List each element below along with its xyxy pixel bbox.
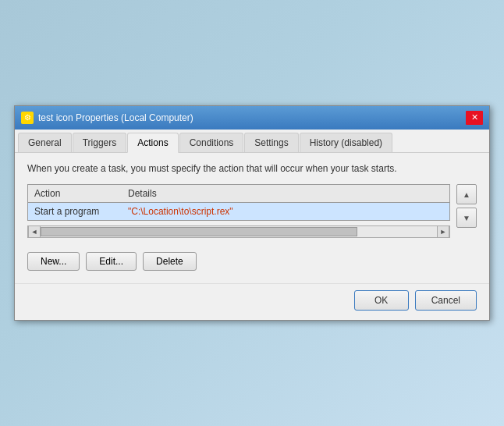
- bottom-buttons: New... Edit... Delete: [27, 246, 477, 271]
- header-action: Action: [34, 188, 128, 199]
- table-body: Start a program "C:\Location\to\script.r…: [28, 203, 449, 220]
- actions-table: Action Details Start a program "C:\Locat…: [27, 184, 450, 221]
- scroll-thumb: [41, 227, 357, 236]
- main-area: Action Details Start a program "C:\Locat…: [27, 184, 477, 238]
- scroll-left-arrow[interactable]: ◄: [28, 226, 41, 237]
- tab-actions[interactable]: Actions: [127, 133, 178, 153]
- tab-bar: General Triggers Actions Conditions Sett…: [15, 130, 489, 153]
- scroll-right-arrow[interactable]: ►: [437, 226, 449, 237]
- horizontal-scrollbar[interactable]: ◄ ►: [27, 225, 450, 238]
- scroll-track[interactable]: [41, 226, 437, 237]
- cell-details: "C:\Location\to\script.rex": [128, 206, 443, 217]
- tab-settings[interactable]: Settings: [244, 133, 298, 152]
- table-row[interactable]: Start a program "C:\Location\to\script.r…: [28, 203, 449, 220]
- close-button[interactable]: ✕: [466, 111, 483, 125]
- delete-button[interactable]: Delete: [143, 252, 197, 271]
- cell-action: Start a program: [34, 206, 128, 217]
- tab-content: When you create a task, you must specify…: [15, 153, 489, 281]
- tab-general[interactable]: General: [18, 133, 72, 152]
- move-up-button[interactable]: ▲: [456, 184, 477, 204]
- table-header: Action Details: [28, 185, 449, 203]
- move-down-button[interactable]: ▼: [456, 208, 477, 228]
- ok-cancel-area: OK Cancel: [15, 283, 489, 320]
- main-window: ⚙ test icon Properties (Local Computer) …: [14, 105, 490, 321]
- window-title: test icon Properties (Local Computer): [38, 112, 193, 123]
- description-text: When you create a task, you must specify…: [27, 162, 477, 176]
- ok-button[interactable]: OK: [354, 290, 409, 311]
- new-button[interactable]: New...: [27, 252, 80, 271]
- title-bar: ⚙ test icon Properties (Local Computer) …: [15, 106, 489, 130]
- tab-history[interactable]: History (disabled): [300, 133, 392, 152]
- title-bar-left: ⚙ test icon Properties (Local Computer): [21, 112, 193, 124]
- cancel-button[interactable]: Cancel: [415, 290, 477, 311]
- edit-button[interactable]: Edit...: [86, 252, 137, 271]
- tab-conditions[interactable]: Conditions: [179, 133, 244, 152]
- window-icon: ⚙: [21, 112, 34, 124]
- header-details: Details: [128, 188, 443, 199]
- tab-triggers[interactable]: Triggers: [73, 133, 127, 152]
- side-buttons: ▲ ▼: [456, 184, 477, 238]
